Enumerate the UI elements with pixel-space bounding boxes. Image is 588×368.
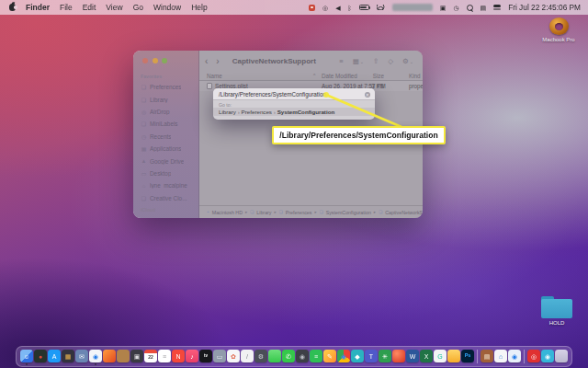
dock-item-stickies[interactable] — [447, 350, 460, 362]
battery-icon[interactable] — [359, 5, 369, 10]
desktop-folder-hold[interactable]: HOLD — [537, 296, 577, 326]
red-media-app-icon: ◎ — [531, 353, 537, 360]
dock-item-photos[interactable]: ✿ — [227, 350, 240, 362]
excel-icon: X — [424, 353, 429, 360]
dock-item-reminders[interactable]: ≡ — [158, 350, 171, 362]
dock-item-round-utility[interactable]: ◉ — [296, 350, 309, 362]
dock-item-trash[interactable] — [555, 350, 568, 362]
dock-item-grammarly[interactable]: G — [434, 350, 447, 362]
dock-item-screen-app[interactable]: ▭ — [213, 350, 226, 362]
menu-edit[interactable]: Edit — [83, 3, 96, 12]
dock-item-firefox[interactable] — [103, 350, 116, 362]
spotlight-icon[interactable] — [467, 5, 473, 11]
dock-item-app-store[interactable]: A — [48, 350, 61, 362]
dock-item-design-app[interactable]: / — [241, 350, 254, 362]
menu-clock[interactable]: Fri Jul 22 2:45:06 PM — [508, 3, 581, 12]
dock-item-utility-app[interactable]: ▣ — [130, 350, 143, 362]
control-center-icon[interactable] — [493, 5, 501, 11]
dock-item-photo-app[interactable]: ● — [34, 350, 47, 362]
dock-item-bronze-app[interactable] — [117, 350, 130, 362]
apple-menu-icon[interactable] — [9, 4, 16, 11]
globe-app-icon: ✳ — [382, 353, 388, 360]
drive-icon — [549, 17, 569, 35]
dock-item-mail[interactable]: ✉ — [75, 350, 88, 362]
dock-item-photoshop[interactable]: Ps — [461, 350, 474, 362]
dock-item-launchpad[interactable]: ▦ — [62, 350, 74, 362]
news-icon: N — [175, 353, 180, 360]
dock-item-camera-app[interactable]: ◉ — [541, 350, 554, 362]
suggestion-segment: Library — [219, 109, 236, 115]
browser-app-icon: ◉ — [512, 353, 517, 360]
dock-divider — [477, 350, 478, 363]
dock-item-news[interactable]: N — [172, 350, 185, 362]
music-icon: ♪ — [190, 353, 194, 360]
dock-item-apple-tv[interactable]: tv — [199, 350, 212, 362]
drive-label: Macbook Pro — [537, 37, 580, 42]
menu-view[interactable]: View — [106, 3, 122, 12]
dock-item-audio-app[interactable]: ≡ — [310, 350, 322, 362]
bluetooth-icon[interactable]: ᛒ — [348, 5, 352, 11]
photos-icon: ✿ — [231, 353, 236, 360]
dock-item-calendar[interactable]: 22 — [144, 350, 157, 362]
menu-bar: FinderFileEditViewGoWindowHelp ◎ ◀ ᛒ ▣ ◷… — [0, 0, 588, 15]
screen-app-icon: ▭ — [217, 353, 223, 360]
dock-item-globe-app[interactable]: ✳ — [379, 350, 391, 362]
suggestion-separator-icon: › — [238, 109, 240, 115]
zoom-button[interactable] — [162, 58, 167, 63]
desktop-drive-macbook-pro[interactable]: Macbook Pro — [537, 17, 580, 42]
path-input-value: /Library/Preferences/SystemConfiguration — [219, 91, 326, 98]
redacted-username — [392, 4, 433, 11]
dock-item-safari[interactable]: ◉ — [89, 350, 102, 362]
app-badge-icon[interactable] — [309, 5, 315, 11]
dock: ☺●A▦✉◉▣22≡N♪tv▭✿/⚙✆◉≡✎◉◆T✳WXGPs▤⌂◉◎◉ — [16, 346, 572, 367]
dock-item-browser-app[interactable]: ◉ — [508, 350, 521, 362]
safari-icon: ◉ — [93, 353, 98, 360]
dock-item-red-media-app[interactable]: ◎ — [527, 350, 540, 362]
wifi-icon[interactable] — [377, 5, 385, 10]
dock-item-teams[interactable]: T — [365, 350, 378, 362]
path-input[interactable]: /Library/Preferences/SystemConfiguration — [213, 88, 375, 100]
dock-item-teal-app[interactable]: ◆ — [351, 350, 364, 362]
menu-window[interactable]: Window — [153, 3, 181, 12]
launchpad-icon: ▦ — [65, 353, 72, 360]
volume-icon[interactable]: ◀ — [335, 5, 340, 11]
audio-app-icon: ≡ — [314, 353, 318, 360]
menu-help[interactable]: Help — [191, 3, 207, 12]
go-to-folder-dialog: /Library/Preferences/SystemConfiguration… — [213, 88, 375, 120]
dock-item-word[interactable]: W — [406, 350, 419, 362]
suggestion-segment: SystemConfiguration — [277, 109, 335, 115]
path-suggestion[interactable]: Library›Preferences›SystemConfiguration — [213, 108, 375, 116]
dock-item-excel[interactable]: X — [420, 350, 433, 362]
apple-tv-icon: tv — [204, 354, 208, 359]
finder-icon: ☺ — [23, 353, 29, 360]
reminders-icon: ≡ — [163, 353, 166, 360]
suggestion-segment: Preferences — [242, 109, 272, 115]
dock-item-music[interactable]: ♪ — [186, 350, 198, 362]
display-icon[interactable]: ▣ — [440, 5, 447, 11]
dock-item-pencil-app[interactable]: ✎ — [323, 350, 336, 362]
do-not-disturb-icon[interactable]: ◎ — [322, 5, 328, 11]
calendar-icon: 22 — [148, 352, 153, 360]
minimize-button[interactable] — [153, 58, 158, 63]
dock-item-chrome[interactable]: ◉ — [337, 350, 350, 362]
dock-item-books-app[interactable]: ▤ — [481, 350, 493, 362]
camera-app-icon: ◉ — [545, 353, 550, 360]
menu-file[interactable]: File — [60, 3, 73, 12]
utility-app-icon: ▣ — [134, 353, 141, 360]
dock-item-settings-app[interactable]: ⚙ — [254, 350, 267, 362]
clear-field-icon[interactable]: ✕ — [365, 92, 371, 98]
close-button[interactable] — [142, 58, 148, 63]
dock-item-facetime[interactable]: ✆ — [282, 350, 295, 362]
menu-finder[interactable]: Finder — [26, 3, 50, 12]
menu-go[interactable]: Go — [133, 3, 143, 12]
folder-label: HOLD — [537, 320, 577, 326]
dock-item-messages[interactable] — [268, 350, 281, 362]
app-store-icon: A — [52, 353, 57, 360]
keyboard-icon[interactable]: ▤ — [481, 5, 487, 11]
dock-item-finder[interactable]: ☺ — [20, 350, 33, 362]
mail-icon: ✉ — [79, 353, 85, 360]
round-utility-icon: ◉ — [300, 353, 305, 360]
time-machine-icon[interactable]: ◷ — [453, 5, 458, 11]
dock-item-home-app[interactable]: ⌂ — [494, 350, 507, 362]
dock-item-red-ball-app[interactable] — [392, 350, 405, 362]
